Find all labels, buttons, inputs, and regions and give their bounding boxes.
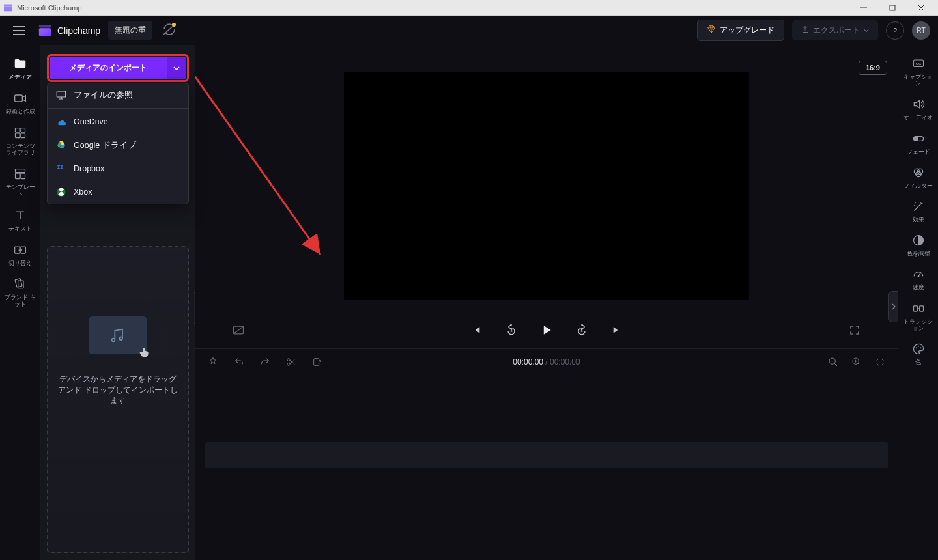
rewind-button[interactable]: 5 xyxy=(500,318,523,342)
undo-button[interactable] xyxy=(231,354,248,371)
expand-right-panel-button[interactable] xyxy=(888,291,898,322)
timeline-body[interactable] xyxy=(195,374,898,560)
svg-line-36 xyxy=(834,363,837,366)
rnav-captions[interactable]: CC キャプショ ン xyxy=(898,51,938,92)
svg-rect-15 xyxy=(21,128,25,132)
svg-rect-34 xyxy=(314,358,319,365)
nav-record[interactable]: 録画と作成 xyxy=(0,86,40,120)
app-header: Clipchamp 無題の重 アップグレード エクスポート ? RT xyxy=(0,16,938,45)
import-menu-dropbox[interactable]: Dropbox xyxy=(48,157,188,180)
nav-transitions[interactable]: 切り替え xyxy=(0,238,40,272)
media-panel: メディアのインポート ファイルの参照 OneDrive Google ドライブ … xyxy=(40,45,195,560)
svg-text:5: 5 xyxy=(510,329,512,333)
avatar[interactable]: RT xyxy=(912,21,930,40)
svg-point-56 xyxy=(920,347,921,348)
auto-save-icon[interactable] xyxy=(162,21,177,40)
forward-button[interactable]: 5 xyxy=(570,318,593,342)
rnav-filters[interactable]: フィルター xyxy=(898,160,938,194)
rnav-fade[interactable]: フェード xyxy=(898,126,938,160)
menu-item-label: Google ドライブ xyxy=(74,140,136,151)
left-nav: メディア 録画と作成 コンテンツ ライブラリ テンプレー ト テキスト 切り替え… xyxy=(0,45,40,560)
marker-button[interactable] xyxy=(309,354,326,371)
svg-rect-18 xyxy=(16,169,25,173)
nav-label: オーディオ xyxy=(903,114,933,120)
svg-rect-52 xyxy=(913,305,917,311)
import-menu-browse[interactable]: ファイルの参照 xyxy=(48,83,188,107)
aspect-ratio-button[interactable]: 16:9 xyxy=(859,61,887,75)
nav-library[interactable]: コンテンツ ライブラリ xyxy=(0,120,40,162)
import-media-button[interactable]: メディアのインポート xyxy=(50,57,167,79)
import-menu-gdrive[interactable]: Google ドライブ xyxy=(48,133,188,157)
rnav-transition[interactable]: トランジシ ョン xyxy=(898,296,938,337)
right-nav: CC キャプショ ン オーディオ フェード フィルター 効果 色を調整 速度 xyxy=(898,45,938,560)
split-button[interactable] xyxy=(283,354,300,371)
svg-point-32 xyxy=(287,358,290,361)
nav-label: テンプレー ト xyxy=(6,184,35,198)
nav-label: 切り替え xyxy=(8,260,32,267)
rnav-speed[interactable]: 速度 xyxy=(898,262,938,296)
play-button[interactable] xyxy=(535,318,558,342)
fade-icon xyxy=(911,132,926,146)
clipchamp-logo-icon xyxy=(38,23,52,38)
brandkit-icon xyxy=(13,277,27,291)
nav-label: 効果 xyxy=(913,216,924,223)
fit-button[interactable] xyxy=(872,354,888,371)
import-dropdown-button[interactable] xyxy=(167,57,186,79)
nav-label: メディア xyxy=(8,74,32,81)
help-button[interactable]: ? xyxy=(886,21,904,40)
preview-canvas[interactable] xyxy=(344,72,749,300)
rnav-color[interactable]: 色 xyxy=(898,337,938,371)
svg-rect-20 xyxy=(21,173,25,178)
svg-point-33 xyxy=(287,363,290,365)
playback-bar: 5 5 xyxy=(195,312,898,348)
export-button[interactable]: エクスポート xyxy=(792,20,878,40)
skip-forward-button[interactable] xyxy=(605,318,629,342)
svg-line-39 xyxy=(858,363,860,366)
titlebar: Microsoft Clipchamp xyxy=(0,0,938,16)
chevron-right-icon xyxy=(892,303,896,310)
dropbox-icon xyxy=(55,163,67,175)
library-icon xyxy=(13,126,27,140)
fullscreen-button[interactable] xyxy=(843,318,866,342)
project-title-input[interactable]: 無題の重 xyxy=(108,21,152,40)
nav-templates[interactable]: テンプレー ト xyxy=(0,161,40,203)
nav-brandkit[interactable]: ブランド キ ット xyxy=(0,272,40,313)
gdrive-icon xyxy=(55,139,67,151)
center-area: 16:9 5 5 00:00.00 xyxy=(195,45,898,560)
import-menu-onedrive[interactable]: OneDrive xyxy=(48,110,188,133)
minimize-button[interactable] xyxy=(849,0,878,16)
media-dropzone[interactable]: デバイスからメディアをドラッグ アンド ドロップしてインポートします xyxy=(47,246,189,553)
maximize-button[interactable] xyxy=(878,0,907,16)
redo-button[interactable] xyxy=(257,354,274,371)
wand-icon xyxy=(911,199,926,214)
rnav-audio[interactable]: オーディオ xyxy=(898,92,938,126)
speaker-icon xyxy=(911,97,926,111)
svg-rect-16 xyxy=(16,133,20,137)
menu-item-label: OneDrive xyxy=(74,117,108,126)
import-menu-xbox[interactable]: Xbox xyxy=(48,180,188,204)
zoom-out-button[interactable] xyxy=(825,354,842,371)
text-icon xyxy=(13,208,27,223)
close-button[interactable] xyxy=(907,0,935,16)
xbox-icon xyxy=(55,186,67,198)
timeline-track[interactable] xyxy=(205,442,888,468)
skip-back-button[interactable] xyxy=(464,318,488,342)
onedrive-icon xyxy=(55,116,67,128)
menu-item-label: ファイルの参照 xyxy=(74,90,133,101)
zoom-in-button[interactable] xyxy=(848,354,865,371)
svg-rect-45 xyxy=(913,136,918,141)
upgrade-button[interactable]: アップグレード xyxy=(697,20,784,41)
contrast-icon xyxy=(911,233,926,247)
menu-button[interactable] xyxy=(8,20,30,42)
brand-name: Clipchamp xyxy=(57,25,100,36)
rnav-adjust[interactable]: 色を調整 xyxy=(898,228,938,262)
transition-icon xyxy=(911,301,926,316)
svg-line-29 xyxy=(234,326,244,334)
rnav-effects[interactable]: 効果 xyxy=(898,194,938,228)
nav-media[interactable]: メディア xyxy=(0,51,40,86)
dropzone-text: デバイスからメディアをドラッグ アンド ドロップしてインポートします xyxy=(48,374,188,406)
brand[interactable]: Clipchamp xyxy=(38,23,100,38)
noimage-toggle-button[interactable] xyxy=(227,318,250,342)
auto-button[interactable] xyxy=(205,354,221,371)
nav-text[interactable]: テキスト xyxy=(0,203,40,238)
